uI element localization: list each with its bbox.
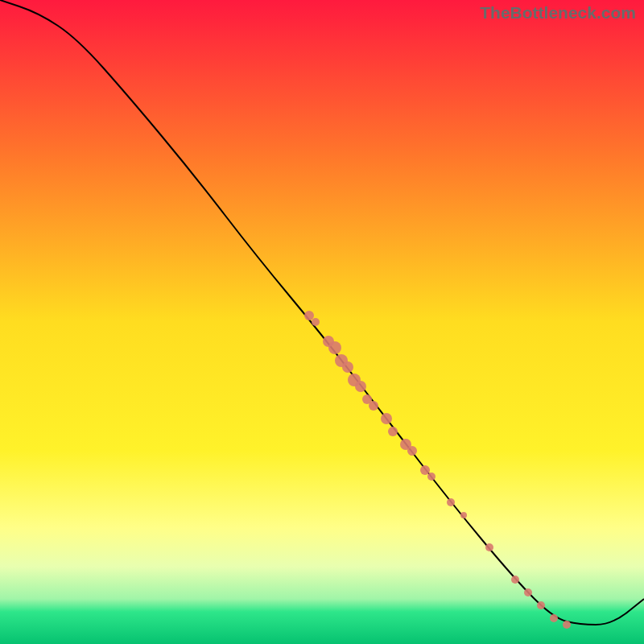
watermark-text: TheBottleneck.com — [480, 3, 636, 23]
data-point — [381, 413, 392, 424]
data-point — [312, 318, 320, 326]
chart-svg — [0, 0, 644, 644]
chart-background — [0, 0, 644, 644]
bottleneck-chart: TheBottleneck.com — [0, 0, 644, 644]
data-point — [304, 311, 314, 320]
data-point — [388, 427, 398, 436]
data-point — [355, 381, 366, 392]
data-point — [420, 465, 430, 475]
data-point — [550, 614, 558, 622]
data-point — [485, 543, 493, 551]
data-point — [407, 446, 417, 456]
data-point — [447, 498, 455, 506]
data-point — [511, 576, 519, 584]
data-point — [524, 588, 532, 597]
data-point — [342, 361, 353, 373]
data-point — [328, 341, 341, 354]
data-point — [460, 512, 467, 518]
data-point — [427, 473, 436, 481]
data-point — [537, 601, 545, 609]
data-point — [369, 401, 378, 411]
data-point — [563, 621, 571, 629]
